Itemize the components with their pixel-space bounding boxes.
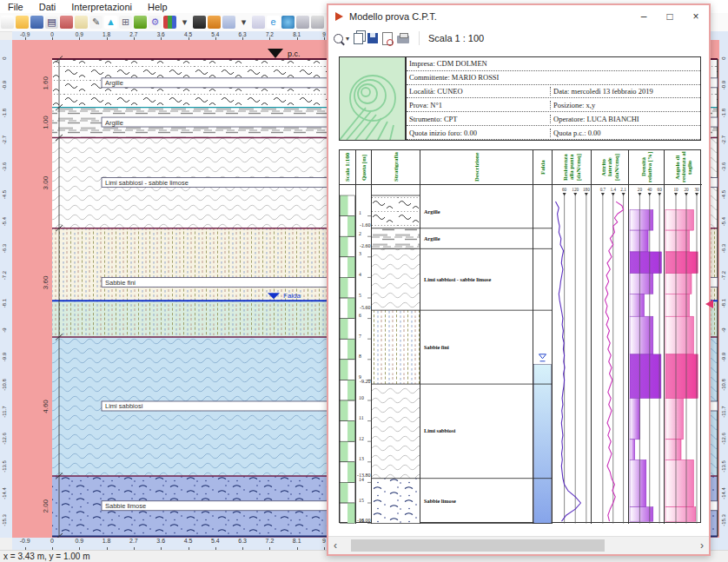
scroll-left-arrow[interactable]: ‹ — [328, 537, 342, 554]
icon-grid-black[interactable] — [193, 16, 206, 29]
icon-report[interactable]: ▤ — [45, 16, 58, 29]
icon-new-document[interactable] — [1, 16, 14, 29]
menu-item-help[interactable]: Help — [140, 2, 175, 12]
svg-text:20: 20 — [684, 187, 689, 192]
icon-export-doc[interactable] — [75, 16, 88, 29]
dialog-modello-prova-cpt: Modello prova C.P.T. – □ × ▾ Scala 1 : 1… — [327, 3, 711, 556]
menu-item-interpretazioni[interactable]: Interpretazioni — [63, 2, 140, 12]
icon-picture[interactable] — [134, 16, 147, 29]
ruler-tick: 0 — [50, 31, 54, 37]
ruler-tick: -11.7 — [721, 402, 726, 421]
column-body-7: 204060 — [629, 185, 665, 524]
svg-text:7: 7 — [359, 334, 361, 339]
icon-save[interactable] — [30, 16, 43, 29]
save-icon[interactable] — [367, 31, 378, 45]
ruler-tick: -3.6 — [2, 157, 7, 176]
column-body-6: 0.71.42.1 — [592, 185, 629, 524]
ruler-tick: -7.2 — [2, 266, 7, 285]
svg-text:-16.00: -16.00 — [357, 518, 371, 523]
column-header-2: Stratigrafia — [372, 150, 420, 185]
icon-printer[interactable] — [296, 16, 309, 29]
svg-text:10: 10 — [359, 395, 364, 400]
icon-browser[interactable]: e — [267, 16, 280, 29]
ruler-tick: -9.9 — [2, 347, 7, 367]
column-header-5: Resistenza alla punta [daN/cmq] — [553, 150, 592, 185]
ruler-left: 0-0.9-1.8-2.7-3.6-4.5-5.4-6.3-7.2-8.1-9-… — [0, 40, 12, 538]
svg-text:Limi sabbiosi - sabbie limose: Limi sabbiosi - sabbie limose — [105, 179, 189, 187]
print-icon[interactable] — [397, 31, 409, 45]
ruler-tick: 6.3 — [238, 538, 247, 544]
icon-image-export[interactable] — [60, 16, 73, 29]
ruler-tick: 3.6 — [157, 31, 165, 37]
minimize-button[interactable]: – — [631, 5, 657, 28]
ruler-tick: 3.6 — [156, 538, 165, 544]
toolbar-separator — [419, 31, 420, 45]
icon-caret-down[interactable]: ▾ — [178, 16, 191, 29]
zoom-icon[interactable]: ▾ — [334, 31, 349, 45]
svg-text:60: 60 — [562, 187, 567, 192]
icon-bar-chart[interactable] — [163, 16, 176, 29]
print-preview: Impresa: CDM DOLMENCommittente: MARIO RO… — [328, 49, 709, 535]
svg-text:Argille: Argille — [424, 235, 440, 241]
svg-text:Argille: Argille — [105, 119, 123, 127]
ruler-tick: -13.5 — [721, 457, 726, 476]
column-header-1: Quota [m] — [356, 150, 372, 185]
ruler-tick: -4.5 — [2, 185, 7, 204]
ruler-tick: -8.1 — [721, 294, 726, 313]
column-body-3: ArgilleArgilleLimi sabbiosi - sabbie lim… — [420, 185, 533, 524]
ruler-tick: -7.2 — [721, 266, 726, 285]
info-row: Prova: N°1Posizione: x,y — [407, 98, 700, 112]
column-body-5: 60120180 — [553, 185, 592, 524]
export-icon[interactable] — [382, 31, 393, 45]
column-header-4: Falda — [533, 150, 553, 185]
svg-text:40: 40 — [647, 187, 652, 192]
ruler-tick: 5.4 — [211, 538, 220, 544]
icon-edit[interactable]: ✎ — [89, 16, 103, 29]
svg-text:Argille: Argille — [424, 208, 440, 215]
ruler-tick: -12.6 — [721, 429, 726, 448]
svg-text:3: 3 — [359, 251, 361, 256]
close-button[interactable]: × — [683, 5, 709, 28]
icon-globe[interactable] — [281, 16, 295, 29]
icon-caret-down-2[interactable]: ▾ — [237, 16, 250, 29]
svg-text:Limi sabbiosi - sabbie limose: Limi sabbiosi - sabbie limose — [424, 276, 492, 282]
icon-cone-tool[interactable]: ▲ — [104, 16, 117, 29]
ruler-tick: 4.5 — [184, 31, 192, 37]
svg-text:30: 30 — [694, 187, 699, 192]
svg-text:11: 11 — [359, 415, 364, 420]
maximize-button[interactable]: □ — [657, 5, 683, 28]
icon-chart-panel[interactable] — [252, 16, 265, 29]
ruler-tick: 2.7 — [129, 31, 137, 37]
ruler-tick: 5.4 — [211, 31, 219, 37]
menu-item-file[interactable]: File — [0, 2, 31, 12]
scroll-right-arrow[interactable]: › — [695, 537, 709, 554]
column-body-4 — [533, 185, 553, 524]
ruler-tick: 0 — [2, 49, 7, 68]
icon-trash[interactable] — [311, 16, 324, 29]
icon-window-layout[interactable] — [222, 16, 235, 29]
menu-item-dati[interactable]: Dati — [31, 2, 64, 12]
svg-text:1.60: 1.60 — [42, 76, 50, 89]
svg-text:1: 1 — [359, 210, 361, 215]
dialog-title: Modello prova C.P.T. — [349, 11, 631, 22]
svg-text:12: 12 — [359, 436, 364, 441]
ruler-tick: 8.1 — [293, 538, 301, 544]
icon-grid-table[interactable]: ⊞ — [119, 16, 132, 29]
logo-image — [339, 56, 406, 141]
ruler-tick: 4.5 — [184, 538, 193, 544]
scroll-thumb[interactable] — [351, 539, 605, 552]
dialog-titlebar[interactable]: Modello prova C.P.T. – □ × — [328, 5, 709, 28]
icon-settings-gear[interactable]: ⚙ — [149, 16, 162, 29]
icon-open-folder[interactable] — [16, 16, 29, 29]
ruler-tick: -0.9 — [721, 76, 726, 95]
ruler-tick: -8.1 — [2, 294, 7, 313]
ruler-tick: 0 — [50, 538, 54, 544]
ruler-tick: -5.4 — [721, 212, 726, 231]
ruler-tick: 0 — [721, 49, 726, 68]
copy-icon[interactable] — [354, 31, 363, 45]
column-header-7: Densità relativa [%] — [629, 150, 665, 185]
dialog-hscrollbar[interactable]: ‹ › — [328, 536, 709, 554]
column-body-0 — [340, 185, 356, 524]
dialog-app-icon — [335, 12, 343, 21]
icon-histogram[interactable] — [208, 16, 221, 29]
